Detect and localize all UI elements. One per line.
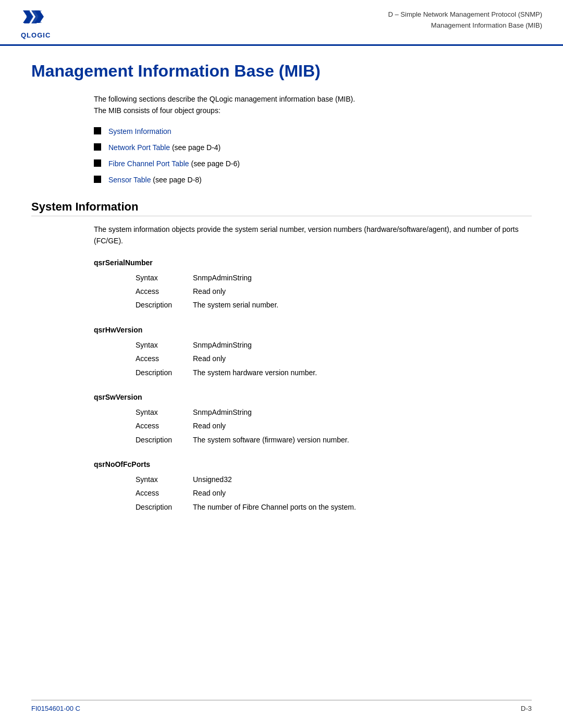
page-title: Management Information Base (MIB) [31, 61, 532, 81]
intro-paragraph: The following sections describe the QLog… [94, 93, 532, 117]
bullet-extra-1: (see page D-4) [170, 143, 221, 152]
entry-row-label: Access [136, 353, 193, 364]
entry-row-label: Syntax [136, 474, 193, 485]
entry-table: SyntaxUnsigned32AccessRead onlyDescripti… [136, 474, 448, 513]
entry-row: AccessRead only [136, 420, 448, 431]
bullet-extra-3: (see page D-8) [151, 176, 201, 184]
logo-area: QLOGIC [21, 9, 51, 39]
entry-row: DescriptionThe number of Fibre Channel p… [136, 501, 448, 513]
entry-row-value: Read only [193, 420, 226, 431]
entry-row-label: Access [136, 487, 193, 499]
bullet-icon [94, 127, 101, 134]
entry-row: DescriptionThe system software (firmware… [136, 434, 448, 446]
entry-name: qsrHwVersion [94, 326, 532, 334]
fibre-channel-port-table-link[interactable]: Fibre Channel Port Table [108, 159, 189, 168]
list-item: System Information [94, 126, 532, 137]
qlogic-logo-icon [22, 9, 50, 30]
entry-row-label: Access [136, 286, 193, 297]
entry-row: AccessRead only [136, 286, 448, 297]
list-item: Sensor Table (see page D-8) [94, 175, 532, 186]
header-breadcrumb: D – Simple Network Management Protocol (… [388, 9, 543, 31]
entry-block: qsrNoOfFcPortsSyntaxUnsigned32AccessRead… [31, 460, 532, 513]
sensor-table-link[interactable]: Sensor Table [108, 176, 151, 184]
entry-row-value: Unsigned32 [193, 474, 232, 485]
entry-row: DescriptionThe system hardware version n… [136, 367, 448, 378]
entry-row-value: Read only [193, 286, 226, 297]
bullet-item-text: Network Port Table (see page D-4) [108, 142, 221, 153]
entry-name: qsrSwVersion [94, 393, 532, 401]
entry-row: SyntaxUnsigned32 [136, 474, 448, 485]
entry-table: SyntaxSnmpAdminStringAccessRead onlyDesc… [136, 339, 448, 378]
bullet-item-text: System Information [108, 126, 172, 137]
entry-name: qsrSerialNumber [94, 258, 532, 267]
entry-table: SyntaxSnmpAdminStringAccessRead onlyDesc… [136, 272, 448, 311]
bullet-extra-2: (see page D-6) [189, 159, 240, 168]
entry-row-value: The system hardware version number. [193, 367, 317, 378]
entry-row-label: Description [136, 299, 193, 311]
network-port-table-link[interactable]: Network Port Table [108, 143, 170, 152]
footer-left: FI0154601-00 C [31, 705, 80, 712]
entry-row: SyntaxSnmpAdminString [136, 272, 448, 283]
entry-row-value: SnmpAdminString [193, 339, 252, 351]
entry-block: qsrSwVersionSyntaxSnmpAdminStringAccessR… [31, 393, 532, 446]
system-information-link[interactable]: System Information [108, 127, 172, 135]
entry-row-value: SnmpAdminString [193, 272, 252, 283]
main-content: Management Information Base (MIB) The fo… [0, 46, 563, 559]
logo-text: QLOGIC [21, 31, 51, 39]
intro-line2: The MIB consists of four object groups: [94, 106, 221, 115]
entry-row-value: Read only [193, 487, 226, 499]
entry-row-label: Description [136, 367, 193, 378]
entry-row-value: SnmpAdminString [193, 406, 252, 418]
list-item: Network Port Table (see page D-4) [94, 142, 532, 153]
entry-table: SyntaxSnmpAdminStringAccessRead onlyDesc… [136, 406, 448, 446]
entry-block: qsrSerialNumberSyntaxSnmpAdminStringAcce… [31, 258, 532, 311]
bullet-icon [94, 159, 101, 167]
entry-row-value: The system serial number. [193, 299, 278, 311]
entry-row-value: The number of Fibre Channel ports on the… [193, 501, 356, 513]
entries-container: qsrSerialNumberSyntaxSnmpAdminStringAcce… [31, 258, 532, 513]
entry-row: SyntaxSnmpAdminString [136, 339, 448, 351]
entry-row: SyntaxSnmpAdminString [136, 406, 448, 418]
entry-row-value: Read only [193, 353, 226, 364]
entry-name: qsrNoOfFcPorts [94, 460, 532, 468]
entry-row-label: Description [136, 434, 193, 446]
entry-row-label: Syntax [136, 272, 193, 283]
entry-block: qsrHwVersionSyntaxSnmpAdminStringAccessR… [31, 326, 532, 378]
bullet-icon [94, 143, 101, 151]
footer-right: D-3 [521, 705, 532, 712]
list-item: Fibre Channel Port Table (see page D-6) [94, 158, 532, 169]
entry-row-label: Syntax [136, 406, 193, 418]
intro-line1: The following sections describe the QLog… [94, 95, 355, 103]
entry-row: AccessRead only [136, 487, 448, 499]
section-intro: The system information objects provide t… [94, 224, 532, 247]
page-footer: FI0154601-00 C D-3 [31, 700, 532, 712]
entry-row-label: Description [136, 501, 193, 513]
entry-row-value: The system software (firmware) version n… [193, 434, 349, 446]
bullet-item-text: Sensor Table (see page D-8) [108, 175, 202, 186]
entry-row: DescriptionThe system serial number. [136, 299, 448, 311]
bullet-list: System Information Network Port Table (s… [94, 126, 532, 186]
entry-row-label: Syntax [136, 339, 193, 351]
entry-row-label: Access [136, 420, 193, 431]
section-heading: System Information [31, 200, 532, 216]
entry-row: AccessRead only [136, 353, 448, 364]
bullet-item-text: Fibre Channel Port Table (see page D-6) [108, 158, 240, 169]
bullet-icon [94, 176, 101, 183]
page-header: QLOGIC D – Simple Network Management Pro… [0, 0, 563, 46]
breadcrumb-line2: Management Information Base (MIB) [388, 20, 543, 31]
breadcrumb-line1: D – Simple Network Management Protocol (… [388, 9, 543, 20]
